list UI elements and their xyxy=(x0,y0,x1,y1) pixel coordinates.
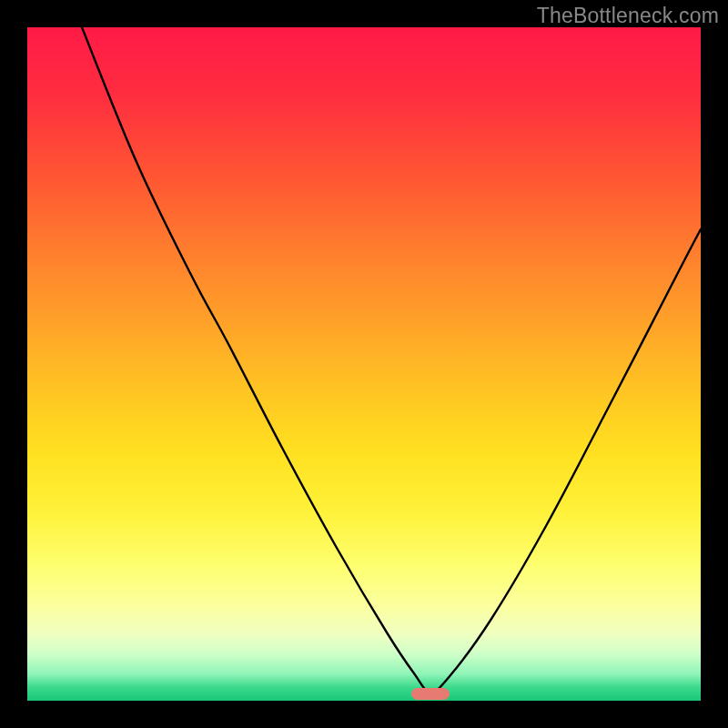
curve-path xyxy=(82,27,701,692)
optimal-marker xyxy=(411,688,450,700)
plot-area xyxy=(27,27,701,701)
watermark-text: TheBottleneck.com xyxy=(537,4,719,28)
bottleneck-curve xyxy=(27,27,701,701)
